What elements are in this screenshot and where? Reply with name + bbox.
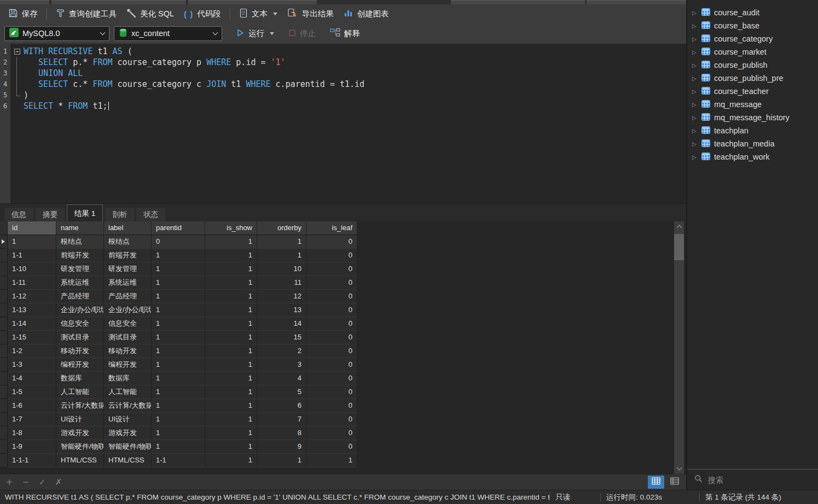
grid-corner-cell[interactable]: [0, 221, 8, 235]
connection-select[interactable]: MySQL8.0: [4, 26, 109, 41]
grid-cell[interactable]: 0: [306, 290, 357, 303]
grid-cell[interactable]: 9: [257, 440, 306, 454]
row-gutter[interactable]: [0, 317, 8, 331]
database-select[interactable]: xc_content: [114, 26, 222, 41]
code-line[interactable]: 1WITH RECURSIVE t1 AS (: [0, 46, 686, 57]
grid-cell[interactable]: 测试目录: [56, 331, 104, 344]
grid-cell[interactable]: 1: [205, 399, 257, 413]
table-row[interactable]: 1-2移动开发移动开发1120: [0, 344, 686, 358]
grid-cell[interactable]: 0: [306, 413, 357, 426]
grid-cell[interactable]: 1-2: [8, 344, 56, 358]
grid-cell[interactable]: HTML/CSS: [104, 454, 152, 467]
table-row[interactable]: 1-12产品经理产品经理11120: [0, 290, 686, 303]
grid-cell[interactable]: 研发管理: [104, 262, 152, 276]
grid-cell[interactable]: 信息安全: [104, 317, 152, 331]
fold-toggle-icon[interactable]: [10, 46, 24, 57]
beautify-sql-button[interactable]: 美化 SQL: [121, 6, 179, 21]
grid-cell[interactable]: 5: [257, 385, 306, 399]
grid-cell[interactable]: 人工智能: [56, 385, 104, 399]
expand-arrow-icon[interactable]: ▷: [692, 102, 698, 108]
expand-arrow-icon[interactable]: ▷: [692, 49, 698, 55]
grid-cell[interactable]: 1: [152, 249, 205, 262]
grid-cell[interactable]: 1: [8, 235, 56, 249]
grid-cell[interactable]: HTML/CSS: [56, 454, 104, 467]
grid-cell[interactable]: 智能硬件/物联网: [56, 440, 104, 454]
export-results-button[interactable]: 导出结果: [282, 6, 339, 21]
table-row[interactable]: 1-1-1HTML/CSSHTML/CSS1-1111: [0, 454, 686, 467]
discard-changes-icon[interactable]: ✗: [55, 477, 62, 487]
column-header-is_leaf[interactable]: is_leaf: [306, 221, 357, 235]
grid-cell[interactable]: 研发管理: [56, 262, 104, 276]
grid-cell[interactable]: 0: [306, 262, 357, 276]
sidebar-item-teachplan_work[interactable]: ▷teachplan_work: [687, 150, 818, 163]
grid-cell[interactable]: 企业/办公/职场: [56, 303, 104, 317]
grid-cell[interactable]: 1-1: [8, 249, 56, 262]
sidebar-item-course_teacher[interactable]: ▷course_teacher: [687, 85, 818, 98]
grid-cell[interactable]: 1: [205, 426, 257, 440]
grid-cell[interactable]: 1-10: [8, 262, 56, 276]
grid-cell[interactable]: 1: [152, 344, 205, 358]
column-header-id[interactable]: id: [8, 221, 56, 235]
grid-cell[interactable]: 根结点: [56, 235, 104, 249]
table-row[interactable]: 1-6云计算/大数据云计算/大数据1160: [0, 399, 686, 413]
expand-arrow-icon[interactable]: ▷: [692, 75, 698, 81]
run-button[interactable]: 运行: [231, 26, 279, 41]
grid-cell[interactable]: 1: [152, 331, 205, 344]
sidebar-item-teachplan_media[interactable]: ▷teachplan_media: [687, 137, 818, 150]
sidebar-item-course_audit[interactable]: ▷course_audit: [687, 6, 818, 19]
table-row[interactable]: 1-10研发管理研发管理11100: [0, 262, 686, 276]
form-view-button[interactable]: [666, 476, 683, 489]
explain-button[interactable]: 解释: [325, 26, 365, 41]
column-header-orderby[interactable]: orderby: [257, 221, 306, 235]
table-row[interactable]: 1-1前端开发前端开发1110: [0, 249, 686, 262]
row-gutter[interactable]: [0, 303, 8, 317]
grid-cell[interactable]: 0: [152, 235, 205, 249]
search-input[interactable]: [707, 475, 800, 485]
grid-cell[interactable]: 0: [306, 276, 357, 290]
grid-cell[interactable]: 1-3: [8, 358, 56, 372]
grid-cell[interactable]: 1: [306, 454, 357, 467]
expand-arrow-icon[interactable]: ▷: [692, 154, 698, 160]
grid-cell[interactable]: 编程开发: [104, 358, 152, 372]
table-row[interactable]: 1-11系统运维系统运维11110: [0, 276, 686, 290]
grid-cell[interactable]: 1-7: [8, 413, 56, 426]
row-gutter[interactable]: [0, 276, 8, 290]
grid-cell[interactable]: 系统运维: [104, 276, 152, 290]
grid-cell[interactable]: 1: [152, 399, 205, 413]
grid-cell[interactable]: 游戏开发: [104, 426, 152, 440]
grid-cell[interactable]: 人工智能: [104, 385, 152, 399]
grid-cell[interactable]: 产品经理: [104, 290, 152, 303]
expand-arrow-icon[interactable]: ▷: [692, 89, 698, 95]
grid-cell[interactable]: 1: [152, 413, 205, 426]
grid-cell[interactable]: 1: [257, 249, 306, 262]
expand-arrow-icon[interactable]: ▷: [692, 62, 698, 68]
row-gutter[interactable]: [0, 399, 8, 413]
grid-cell[interactable]: 系统运维: [56, 276, 104, 290]
row-gutter[interactable]: [0, 331, 8, 344]
grid-cell[interactable]: 编程开发: [56, 358, 104, 372]
grid-cell[interactable]: 前端开发: [56, 249, 104, 262]
expand-arrow-icon[interactable]: ▷: [692, 115, 698, 121]
grid-cell[interactable]: 1-9: [8, 440, 56, 454]
table-row[interactable]: 1-7UI设计UI设计1170: [0, 413, 686, 426]
grid-cell[interactable]: 0: [306, 440, 357, 454]
grid-view-button[interactable]: [648, 476, 664, 489]
row-gutter[interactable]: [0, 344, 8, 358]
grid-cell[interactable]: 1-6: [8, 399, 56, 413]
grid-cell[interactable]: 前端开发: [104, 249, 152, 262]
grid-cell[interactable]: 1: [205, 358, 257, 372]
scroll-down-button[interactable]: [674, 463, 684, 474]
grid-cell[interactable]: 0: [306, 399, 357, 413]
grid-cell[interactable]: 6: [257, 399, 306, 413]
save-button[interactable]: 保存: [3, 6, 43, 21]
sidebar-item-course_base[interactable]: ▷course_base: [687, 19, 818, 32]
results-grid[interactable]: idnamelabelparentidis_showorderbyis_leaf…: [0, 221, 686, 474]
expand-arrow-icon[interactable]: ▷: [692, 141, 698, 147]
grid-cell[interactable]: 1: [205, 454, 257, 467]
grid-cell[interactable]: 1: [152, 440, 205, 454]
grid-cell[interactable]: 7: [257, 413, 306, 426]
result-tab-信息[interactable]: 信息: [4, 208, 33, 221]
sidebar-item-course_publish[interactable]: ▷course_publish: [687, 58, 818, 72]
result-tab-剖析[interactable]: 剖析: [105, 208, 134, 221]
expand-arrow-icon[interactable]: ▷: [692, 128, 698, 134]
